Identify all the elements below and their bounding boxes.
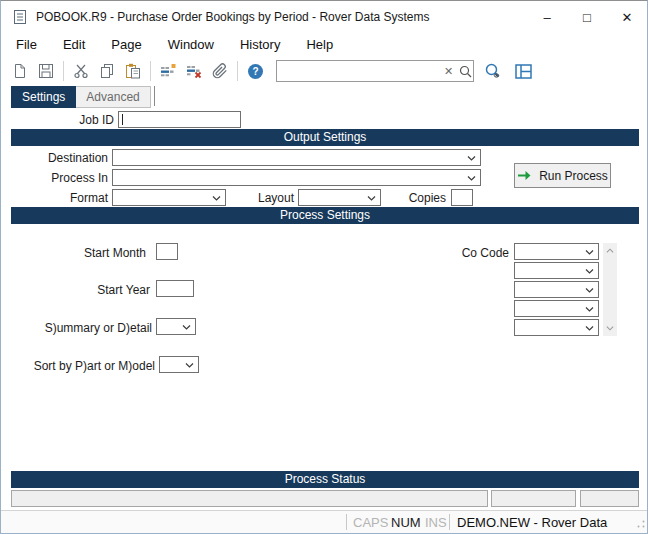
- delete-record-icon[interactable]: [181, 59, 207, 83]
- run-arrow-icon: [517, 170, 532, 181]
- toolbar-separator: [63, 61, 64, 81]
- clear-search-icon[interactable]: ✕: [440, 65, 457, 78]
- tab-strip-edge: [151, 86, 155, 106]
- text-caret: [122, 114, 123, 125]
- job-id-input[interactable]: [118, 111, 241, 128]
- status-bar: CAPS NUM INS DEMO.NEW - Rover Data Syste…: [1, 510, 647, 533]
- format-label: Format: [3, 191, 108, 205]
- co-code-select[interactable]: [514, 243, 599, 260]
- svg-text:?: ?: [252, 66, 258, 77]
- help-icon[interactable]: ?: [242, 59, 268, 83]
- toolbar-separator: [150, 61, 151, 81]
- process-settings-header: Process Settings: [11, 207, 639, 224]
- statusbar-context: DEMO.NEW - Rover Data Systems: [457, 515, 647, 534]
- run-process-button[interactable]: Run Process: [514, 163, 611, 188]
- search-icon[interactable]: [457, 59, 473, 83]
- search-input[interactable]: [277, 63, 440, 79]
- process-in-select[interactable]: [112, 169, 481, 186]
- maximize-button[interactable]: □: [567, 1, 607, 33]
- start-month-label: Start Month: [46, 246, 146, 260]
- menu-file[interactable]: File: [3, 34, 50, 55]
- process-status-field-main: [11, 490, 488, 507]
- scroll-up-icon[interactable]: [603, 243, 617, 258]
- statusbar-separator: [449, 514, 450, 530]
- output-settings-header: Output Settings: [11, 129, 639, 146]
- process-in-label: Process In: [3, 171, 108, 185]
- toolbar: ? ✕: [1, 56, 647, 86]
- start-month-input[interactable]: [156, 243, 178, 260]
- menu-help[interactable]: Help: [293, 34, 346, 55]
- paste-icon[interactable]: [120, 59, 146, 83]
- co-code-label: Co Code: [409, 246, 509, 260]
- chevron-down-icon: [585, 269, 594, 274]
- ins-indicator: INS: [425, 515, 447, 530]
- menu-page[interactable]: Page: [98, 34, 154, 55]
- start-year-input[interactable]: [156, 280, 194, 297]
- statusbar-separator: [346, 514, 347, 530]
- toolbar-separator: [237, 61, 238, 81]
- chevron-down-icon: [185, 363, 194, 368]
- co-code-select[interactable]: [514, 319, 599, 336]
- chevron-down-icon: [585, 326, 594, 331]
- run-process-label: Run Process: [539, 169, 608, 183]
- close-button[interactable]: ✕: [607, 1, 647, 33]
- chevron-down-icon: [467, 156, 476, 161]
- copies-input[interactable]: [451, 189, 473, 206]
- co-code-scrollbar[interactable]: [603, 243, 617, 336]
- process-status-field-3: [580, 490, 639, 507]
- title-bar: POBOOK.R9 - Purchase Order Bookings by P…: [1, 1, 647, 33]
- resize-grip[interactable]: [637, 516, 645, 531]
- tab-strip: Settings Advanced: [11, 86, 155, 106]
- num-indicator: NUM: [391, 515, 421, 530]
- summary-or-detail-label: S)ummary or D)etail: [2, 321, 152, 335]
- copies-label: Copies: [351, 191, 446, 205]
- chevron-down-icon: [585, 250, 594, 255]
- menu-window[interactable]: Window: [155, 34, 227, 55]
- sort-by-label: Sort by P)art or M)odel: [2, 359, 155, 373]
- chevron-down-icon: [467, 176, 476, 181]
- app-window: POBOOK.R9 - Purchase Order Bookings by P…: [0, 0, 648, 534]
- window-title: POBOOK.R9 - Purchase Order Bookings by P…: [36, 10, 429, 24]
- process-status-field-2: [491, 490, 576, 507]
- minimize-button[interactable]: –: [527, 1, 567, 33]
- chevron-down-icon: [585, 288, 594, 293]
- search-box: ✕: [276, 60, 474, 82]
- tab-advanced[interactable]: Advanced: [76, 86, 150, 108]
- co-code-select[interactable]: [514, 300, 599, 317]
- caps-indicator: CAPS: [353, 515, 388, 530]
- new-document-icon[interactable]: [7, 59, 33, 83]
- co-code-select[interactable]: [514, 281, 599, 298]
- chevron-down-icon: [585, 307, 594, 312]
- scroll-down-icon[interactable]: [603, 321, 617, 336]
- co-code-select[interactable]: [514, 262, 599, 279]
- process-status-header: Process Status: [11, 471, 639, 488]
- save-icon[interactable]: [33, 59, 59, 83]
- copy-icon[interactable]: [94, 59, 120, 83]
- job-id-label: Job ID: [14, 113, 114, 127]
- tab-settings[interactable]: Settings: [11, 86, 76, 108]
- chevron-down-icon: [182, 325, 191, 330]
- menu-edit[interactable]: Edit: [50, 34, 98, 55]
- cut-icon[interactable]: [68, 59, 94, 83]
- attachment-icon[interactable]: [207, 59, 233, 83]
- application-icon: [13, 9, 27, 25]
- destination-select[interactable]: [112, 149, 481, 166]
- window-layout-icon[interactable]: [510, 59, 536, 83]
- destination-label: Destination: [3, 151, 108, 165]
- start-year-label: Start Year: [50, 283, 150, 297]
- find-records-icon[interactable]: [480, 59, 506, 83]
- menu-history[interactable]: History: [227, 34, 293, 55]
- summary-or-detail-select[interactable]: [156, 318, 196, 335]
- layout-label: Layout: [201, 191, 294, 205]
- add-record-icon[interactable]: [155, 59, 181, 83]
- sort-by-select[interactable]: [159, 356, 199, 373]
- menu-bar: File Edit Page Window History Help: [1, 33, 647, 56]
